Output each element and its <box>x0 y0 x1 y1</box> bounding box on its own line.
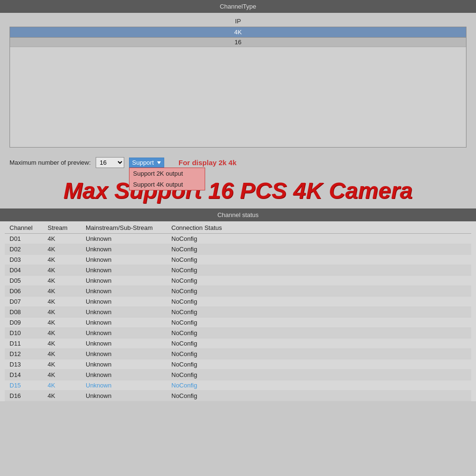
table-row[interactable]: D12 4K Unknown NoConfig <box>5 349 471 359</box>
cell-connection: NoConfig <box>171 361 243 368</box>
support-2k-item[interactable]: Support 2K output <box>129 168 205 179</box>
cell-mainstream: Unknown <box>86 361 171 368</box>
cell-stream: 4K <box>48 319 86 326</box>
cell-mainstream: Unknown <box>86 298 171 305</box>
cell-mainstream: Unknown <box>86 235 171 242</box>
display-label: For display 2k 4k <box>178 159 237 167</box>
preview-count-select[interactable]: 16 <box>96 157 124 168</box>
cell-connection: NoConfig <box>171 329 243 337</box>
table-row[interactable]: D09 4K Unknown NoConfig <box>5 317 471 328</box>
cell-stream: 4K <box>48 288 86 295</box>
cell-connection: NoConfig <box>171 256 243 263</box>
cell-connection: NoConfig <box>171 319 243 326</box>
cell-mainstream: Unknown <box>86 382 171 389</box>
cell-stream: 4K <box>48 371 86 378</box>
cell-stream: 4K <box>48 308 86 316</box>
channel-type-table: 4K 16 <box>10 27 466 148</box>
cell-connection: NoConfig <box>171 350 243 357</box>
cell-connection: NoConfig <box>171 392 243 399</box>
cell-stream: 4K <box>48 277 86 284</box>
col-16: 16 <box>10 38 466 47</box>
cell-channel: D07 <box>10 298 48 305</box>
cell-channel: D16 <box>10 392 48 399</box>
table-body <box>10 47 466 147</box>
cell-stream: 4K <box>48 235 86 242</box>
title-label: ChannelType <box>220 3 257 10</box>
support-dropdown-wrapper: Support Support 2K output Support 4K out… <box>129 158 165 168</box>
cell-mainstream: Unknown <box>86 277 171 284</box>
table-row[interactable]: D16 4K Unknown NoConfig <box>5 391 471 401</box>
cell-channel: D14 <box>10 371 48 378</box>
cell-mainstream: Unknown <box>86 267 171 274</box>
header-mainstream: Mainstream/Sub-Stream <box>86 224 171 231</box>
table-row[interactable]: D07 4K Unknown NoConfig <box>5 297 471 307</box>
cell-connection: NoConfig <box>171 288 243 295</box>
cell-channel: D03 <box>10 256 48 263</box>
ip-label: IP <box>10 18 466 25</box>
cell-channel: D12 <box>10 350 48 357</box>
cell-channel: D13 <box>10 361 48 368</box>
support-button[interactable]: Support <box>129 158 165 168</box>
cell-channel: D05 <box>10 277 48 284</box>
table-row[interactable]: D02 4K Unknown NoConfig <box>5 244 471 255</box>
header-stream: Stream <box>48 224 86 231</box>
cell-connection: NoConfig <box>171 267 243 274</box>
cell-connection: NoConfig <box>171 371 243 378</box>
preview-row: Maximum number of preview: 16 Support Su… <box>0 152 476 173</box>
table-row[interactable]: D11 4K Unknown NoConfig <box>5 338 471 349</box>
table-row[interactable]: D14 4K Unknown NoConfig <box>5 370 471 380</box>
cell-mainstream: Unknown <box>86 350 171 357</box>
cell-channel: D04 <box>10 267 48 274</box>
table-row[interactable]: D15 4K Unknown NoConfig <box>5 380 471 391</box>
support-btn-label: Support <box>132 159 154 166</box>
cell-connection: NoConfig <box>171 340 243 347</box>
channel-table-header: Channel Stream Mainstream/Sub-Stream Con… <box>5 221 471 234</box>
cell-channel: D06 <box>10 288 48 295</box>
channel-status-title: Channel status <box>0 208 476 221</box>
table-header-row: 4K <box>10 27 466 38</box>
cell-connection: NoConfig <box>171 382 243 389</box>
channel-status-label: Channel status <box>218 211 259 218</box>
support-dropdown: Support 2K output Support 4K output <box>129 168 205 190</box>
cell-connection: NoConfig <box>171 298 243 305</box>
cell-connection: NoConfig <box>171 246 243 253</box>
cell-stream: 4K <box>48 329 86 337</box>
table-row[interactable]: D13 4K Unknown NoConfig <box>5 359 471 370</box>
chevron-down-icon <box>157 161 161 164</box>
top-section: IP 4K 16 <box>0 13 476 152</box>
col-4k[interactable]: 4K <box>10 27 466 38</box>
cell-stream: 4K <box>48 298 86 305</box>
cell-stream: 4K <box>48 361 86 368</box>
cell-channel: D02 <box>10 246 48 253</box>
cell-mainstream: Unknown <box>86 329 171 337</box>
cell-connection: NoConfig <box>171 277 243 284</box>
table-row[interactable]: D05 4K Unknown NoConfig <box>5 276 471 286</box>
cell-mainstream: Unknown <box>86 246 171 253</box>
cell-stream: 4K <box>48 350 86 357</box>
title-bar: ChannelType <box>0 0 476 13</box>
cell-connection: NoConfig <box>171 308 243 316</box>
cell-connection: NoConfig <box>171 235 243 242</box>
cell-stream: 4K <box>48 340 86 347</box>
table-row[interactable]: D06 4K Unknown NoConfig <box>5 286 471 297</box>
cell-mainstream: Unknown <box>86 371 171 378</box>
cell-mainstream: Unknown <box>86 256 171 263</box>
channel-table: Channel Stream Mainstream/Sub-Stream Con… <box>0 221 476 401</box>
cell-stream: 4K <box>48 256 86 263</box>
cell-mainstream: Unknown <box>86 319 171 326</box>
table-row[interactable]: D04 4K Unknown NoConfig <box>5 265 471 276</box>
cell-mainstream: Unknown <box>86 308 171 316</box>
table-row[interactable]: D08 4K Unknown NoConfig <box>5 307 471 317</box>
cell-channel: D08 <box>10 308 48 316</box>
table-row[interactable]: D10 4K Unknown NoConfig <box>5 328 471 338</box>
cell-channel: D09 <box>10 319 48 326</box>
cell-channel: D15 <box>10 382 48 389</box>
cell-mainstream: Unknown <box>86 392 171 399</box>
cell-channel: D01 <box>10 235 48 242</box>
table-sub-row: 16 <box>10 38 466 47</box>
table-row[interactable]: D01 4K Unknown NoConfig <box>5 234 471 244</box>
table-row[interactable]: D03 4K Unknown NoConfig <box>5 255 471 265</box>
support-4k-item[interactable]: Support 4K output <box>129 179 205 190</box>
header-connection: Connection Status <box>171 224 243 231</box>
cell-mainstream: Unknown <box>86 340 171 347</box>
